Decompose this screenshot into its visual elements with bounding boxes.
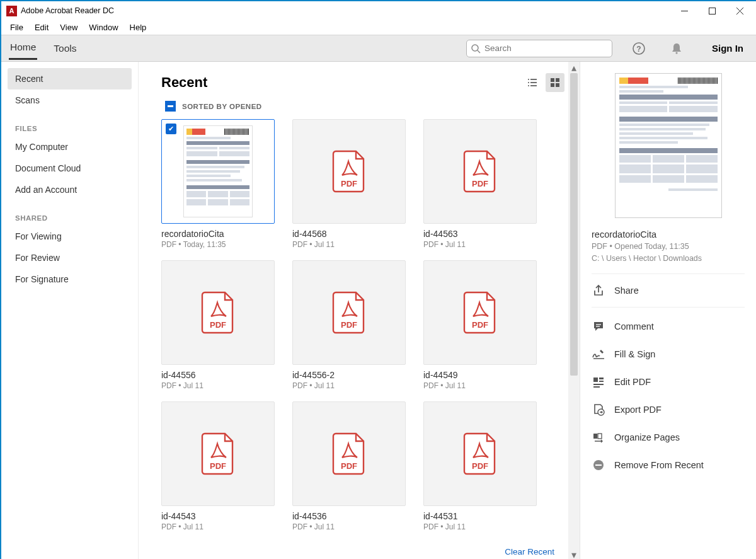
- action-edit-pdf[interactable]: Edit PDF: [592, 368, 745, 396]
- pdf-file-icon: [331, 150, 367, 193]
- page-title: Recent: [161, 74, 207, 91]
- file-thumbnail: [161, 401, 275, 506]
- view-grid-button[interactable]: [546, 73, 564, 92]
- action-comment[interactable]: Comment: [592, 313, 745, 340]
- file-card[interactable]: id-44568PDF • Jul 11: [292, 119, 406, 249]
- menu-file[interactable]: File: [5, 21, 28, 33]
- help-button[interactable]: ?: [631, 41, 646, 56]
- notifications-button[interactable]: [669, 41, 684, 56]
- sign-in-button[interactable]: Sign In: [712, 43, 743, 54]
- file-name: id-44563: [423, 229, 537, 239]
- clear-recent-link[interactable]: Clear Recent: [505, 547, 554, 556]
- sidebar-item-for-viewing[interactable]: For Viewing: [8, 226, 132, 247]
- file-thumbnail: [161, 119, 275, 224]
- search-box[interactable]: [466, 40, 612, 57]
- svg-rect-17: [551, 83, 554, 87]
- remove-icon: [592, 458, 605, 472]
- menu-window[interactable]: Window: [84, 21, 123, 33]
- svg-rect-16: [556, 78, 559, 82]
- file-thumbnail: [292, 260, 406, 365]
- window-title: Adobe Acrobat Reader DC: [21, 6, 114, 15]
- menu-edit[interactable]: Edit: [30, 21, 54, 33]
- detail-panel: recordatorioCita PDF • Opened Today, 11:…: [580, 62, 756, 559]
- file-card[interactable]: recordatorioCitaPDF • Today, 11:35: [161, 119, 275, 249]
- title-bar: A Adobe Acrobat Reader DC: [1, 1, 756, 20]
- file-name: id-44556-2: [292, 370, 406, 380]
- organize-icon: [592, 430, 605, 444]
- file-meta: PDF • Jul 11: [423, 240, 537, 249]
- file-thumbnail: [292, 401, 406, 506]
- file-name: id-44543: [161, 511, 275, 521]
- file-name: id-44549: [423, 370, 537, 380]
- document-thumbnail: [183, 125, 253, 217]
- sidebar-item-add-account[interactable]: Add an Account: [8, 179, 132, 200]
- sidebar-item-my-computer[interactable]: My Computer: [8, 136, 132, 158]
- file-meta: PDF • Today, 11:35: [161, 240, 275, 249]
- sort-checkbox-icon: [165, 101, 176, 112]
- pdf-file-icon: [331, 432, 367, 475]
- action-organize-label: Organize Pages: [614, 432, 680, 442]
- sort-indicator[interactable]: SORTED BY OPENED: [165, 101, 564, 112]
- action-share[interactable]: Share: [592, 277, 745, 304]
- main-panel: Recent SORTED BY OPENED recordatorioCita…: [139, 62, 580, 559]
- export-icon: [592, 403, 605, 417]
- action-fill-sign[interactable]: Fill & Sign: [592, 340, 745, 368]
- file-card[interactable]: id-44536PDF • Jul 11: [292, 401, 406, 531]
- sidebar-heading-shared: SHARED: [8, 200, 132, 226]
- file-meta: PDF • Jul 11: [161, 522, 275, 531]
- file-grid: recordatorioCitaPDF • Today, 11:35id-445…: [161, 119, 564, 550]
- sidebar-item-document-cloud[interactable]: Document Cloud: [8, 158, 132, 179]
- sidebar: Recent Scans FILES My Computer Document …: [1, 62, 139, 559]
- file-meta: PDF • Jul 11: [161, 381, 275, 390]
- sidebar-item-scans[interactable]: Scans: [8, 89, 132, 111]
- sidebar-item-for-review[interactable]: For Review: [8, 247, 132, 268]
- file-meta: PDF • Jul 11: [292, 240, 406, 249]
- menu-help[interactable]: Help: [125, 21, 152, 33]
- scroll-up-icon[interactable]: ▴: [568, 62, 580, 73]
- view-list-button[interactable]: [523, 73, 542, 92]
- file-card[interactable]: id-44556PDF • Jul 11: [161, 260, 275, 390]
- file-card[interactable]: id-44563PDF • Jul 11: [423, 119, 537, 249]
- svg-rect-28: [598, 434, 602, 439]
- file-name: id-44568: [292, 229, 406, 239]
- pdf-file-icon: [462, 291, 498, 334]
- action-export-pdf[interactable]: Export PDF: [592, 396, 745, 424]
- svg-point-8: [675, 52, 677, 54]
- svg-text:?: ?: [636, 44, 641, 53]
- sidebar-heading-files: FILES: [8, 111, 132, 136]
- document-thumbnail: [619, 78, 718, 214]
- share-icon: [592, 284, 605, 297]
- tab-home[interactable]: Home: [9, 37, 37, 60]
- scroll-down-icon[interactable]: ▾: [568, 549, 580, 559]
- action-remove-label: Remove From Recent: [614, 460, 704, 470]
- action-organize-pages[interactable]: Organize Pages: [592, 424, 745, 451]
- search-icon: [471, 43, 481, 54]
- file-card[interactable]: id-44549PDF • Jul 11: [423, 260, 537, 390]
- sidebar-item-recent[interactable]: Recent: [8, 68, 132, 89]
- file-card[interactable]: id-44531PDF • Jul 11: [423, 401, 537, 531]
- svg-rect-27: [593, 434, 597, 439]
- action-share-label: Share: [614, 285, 639, 296]
- scroll-thumb[interactable]: [570, 73, 578, 376]
- file-thumbnail: [423, 401, 537, 506]
- sidebar-item-for-signature[interactable]: For Signature: [8, 268, 132, 290]
- file-meta: PDF • Jul 11: [423, 522, 537, 531]
- search-input[interactable]: [484, 43, 612, 53]
- file-card[interactable]: id-44543PDF • Jul 11: [161, 401, 275, 531]
- action-remove-recent[interactable]: Remove From Recent: [592, 451, 745, 479]
- maximize-button[interactable]: [698, 1, 726, 20]
- tab-tools[interactable]: Tools: [52, 38, 77, 59]
- svg-rect-1: [709, 8, 715, 14]
- svg-rect-15: [551, 78, 554, 82]
- detail-meta-path: C: \ Users \ Hector \ Downloads: [592, 253, 745, 265]
- menu-view[interactable]: View: [55, 21, 83, 33]
- scroll-track[interactable]: [568, 73, 580, 549]
- file-thumbnail: [292, 119, 406, 224]
- minimize-button[interactable]: [670, 1, 698, 20]
- file-thumbnail: [161, 260, 275, 365]
- scrollbar[interactable]: ▴ ▾: [568, 62, 580, 559]
- close-button[interactable]: [726, 1, 753, 20]
- app-icon: A: [6, 6, 17, 16]
- svg-rect-18: [556, 83, 559, 87]
- file-card[interactable]: id-44556-2PDF • Jul 11: [292, 260, 406, 390]
